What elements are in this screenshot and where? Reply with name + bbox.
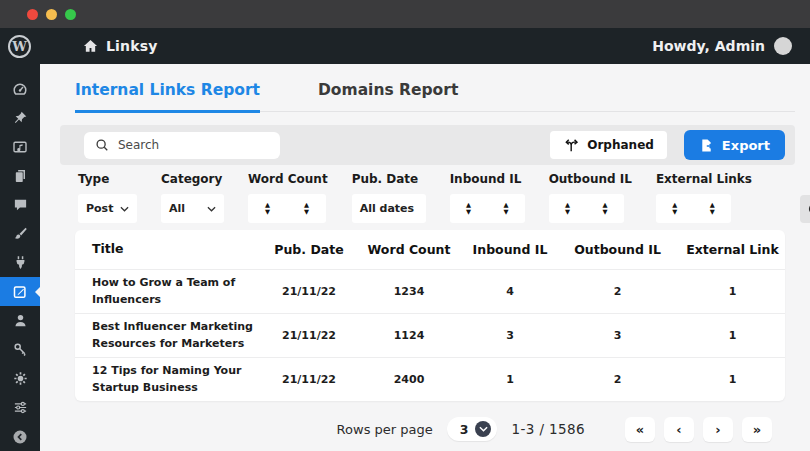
last-page-button[interactable]: »	[742, 417, 772, 442]
next-page-button[interactable]: ›	[703, 417, 733, 442]
search-box[interactable]	[84, 132, 280, 159]
stepper-down-icon[interactable]: ▼	[304, 209, 309, 216]
stepper-down-icon[interactable]: ▼	[503, 209, 508, 216]
report-tabs: Internal Links Report Domains Report	[75, 81, 795, 112]
sidebar-item-appearance[interactable]	[0, 219, 40, 248]
max-stepper[interactable]: ▲▼	[602, 202, 607, 216]
row-value-word-count: 1234	[353, 280, 465, 303]
sidebar-item-settings[interactable]	[0, 364, 40, 393]
row-title: How to Grow a Team of Influencers	[75, 270, 265, 313]
filter-select-pub-date[interactable]: All dates	[352, 194, 426, 223]
export-label: Export	[722, 138, 770, 153]
app-window: W Linksy Howdy, Admin Internal Links Rep…	[0, 0, 810, 451]
row-value-word-count: 1124	[353, 324, 465, 347]
sidebar-item-tools[interactable]	[0, 335, 40, 364]
user-account-menu[interactable]: Howdy, Admin	[652, 37, 810, 55]
rows-per-page-label: Rows per page	[337, 422, 433, 437]
filter-label: Word Count	[248, 172, 328, 186]
row-value-outbound-il: 2	[555, 280, 680, 303]
max-stepper[interactable]: ▲▼	[503, 202, 508, 216]
row-value-external-link: 1	[680, 368, 785, 391]
comments-icon	[13, 197, 28, 212]
filter-select-category[interactable]: All	[161, 194, 224, 223]
table-body: How to Grow a Team of Influencers21/11/2…	[75, 269, 785, 401]
sidebar-collapse[interactable]	[0, 422, 40, 451]
minimize-window-button[interactable]	[46, 9, 57, 20]
filter-field-category: CategoryAll	[161, 172, 224, 223]
tab-domains-report[interactable]: Domains Report	[318, 81, 458, 113]
filter-bar: TypePostCategoryAllWord Count▲▼▲▼Pub. Da…	[78, 172, 781, 223]
filter-label: Type	[78, 172, 137, 186]
min-stepper[interactable]: ▲▼	[672, 202, 677, 216]
row-value-pub-date: 21/11/22	[265, 324, 353, 347]
sidebar-item-media[interactable]	[0, 132, 40, 161]
row-value-pub-date: 21/11/22	[265, 368, 353, 391]
first-page-button[interactable]: «	[625, 417, 655, 442]
orphaned-button[interactable]: Orphaned	[550, 131, 667, 159]
stepper-down-icon[interactable]: ▼	[565, 209, 570, 216]
column-header-title: Title	[75, 235, 265, 264]
key-icon	[13, 342, 28, 357]
table-header-row: TitlePub. DateWord CountInbound ILOutbou…	[75, 230, 785, 269]
stepper-down-icon[interactable]: ▼	[265, 209, 270, 216]
row-value-inbound-il: 3	[465, 324, 555, 347]
sidebar-item-plugins[interactable]	[0, 248, 40, 277]
select-value: All	[169, 202, 185, 215]
plug-icon	[13, 255, 28, 270]
max-stepper[interactable]: ▲▼	[710, 202, 715, 216]
close-window-button[interactable]	[27, 9, 38, 20]
sidebar-item-dashboard[interactable]	[0, 74, 40, 103]
filter-steppers-inbound-il: ▲▼▲▼	[450, 194, 525, 223]
sidebar-item-posts[interactable]	[0, 103, 40, 132]
min-stepper[interactable]: ▲▼	[265, 202, 270, 216]
column-header-external-link: External Link	[680, 237, 785, 262]
row-value-external-link: 1	[680, 324, 785, 347]
row-value-word-count: 2400	[353, 368, 465, 391]
row-value-inbound-il: 1	[465, 368, 555, 391]
refresh-button[interactable]	[800, 195, 810, 223]
stepper-down-icon[interactable]: ▼	[466, 209, 471, 216]
export-button[interactable]: Export	[684, 130, 785, 160]
row-title: 12 Tips for Naming Your Startup Business	[75, 358, 265, 401]
filter-field-inbound-il: Inbound IL▲▼▲▼	[450, 172, 525, 223]
chevron-down-icon	[475, 421, 491, 437]
row-value-inbound-il: 4	[465, 280, 555, 303]
sidebar-item-pages[interactable]	[0, 161, 40, 190]
sidebar-item-linksy[interactable]	[0, 277, 40, 306]
search-input[interactable]	[118, 138, 269, 152]
row-title: Best Influencer Marketing Resources for …	[75, 314, 265, 357]
chevron-down-icon	[120, 206, 129, 212]
prev-page-button[interactable]: ‹	[664, 417, 694, 442]
sidebar-item-options[interactable]	[0, 393, 40, 422]
column-header-pub-date: Pub. Date	[265, 237, 353, 262]
wp-admin-sidebar	[0, 64, 40, 451]
tab-internal-links-report[interactable]: Internal Links Report	[75, 81, 260, 113]
stepper-down-icon[interactable]: ▼	[710, 209, 715, 216]
filter-label: Inbound IL	[450, 172, 525, 186]
max-stepper[interactable]: ▲▼	[304, 202, 309, 216]
pin-icon	[13, 110, 28, 125]
table-row: Best Influencer Marketing Resources for …	[75, 313, 785, 357]
orphaned-branch-icon	[563, 138, 579, 153]
min-stepper[interactable]: ▲▼	[466, 202, 471, 216]
select-value: All dates	[360, 202, 414, 215]
user-greeting: Howdy, Admin	[652, 38, 765, 54]
filter-select-type[interactable]: Post	[78, 194, 137, 223]
filter-label: Pub. Date	[352, 172, 426, 186]
row-value-pub-date: 21/11/22	[265, 280, 353, 303]
stepper-down-icon[interactable]: ▼	[672, 209, 677, 216]
rows-per-page-select[interactable]: 3	[447, 417, 498, 441]
min-stepper[interactable]: ▲▼	[565, 202, 570, 216]
sidebar-item-comments[interactable]	[0, 190, 40, 219]
stepper-down-icon[interactable]: ▼	[602, 209, 607, 216]
column-header-word-count: Word Count	[353, 237, 465, 262]
search-icon	[95, 138, 109, 152]
table-row: How to Grow a Team of Influencers21/11/2…	[75, 269, 785, 313]
zoom-window-button[interactable]	[65, 9, 76, 20]
wordpress-logo-icon[interactable]: W	[8, 35, 31, 58]
report-toolbar: Orphaned Export	[60, 125, 795, 165]
pagination-buttons: «‹›»	[625, 417, 772, 442]
sidebar-item-users[interactable]	[0, 306, 40, 335]
filter-field-pub-date: Pub. DateAll dates	[352, 172, 426, 223]
site-menu[interactable]: Linksy	[83, 38, 158, 54]
